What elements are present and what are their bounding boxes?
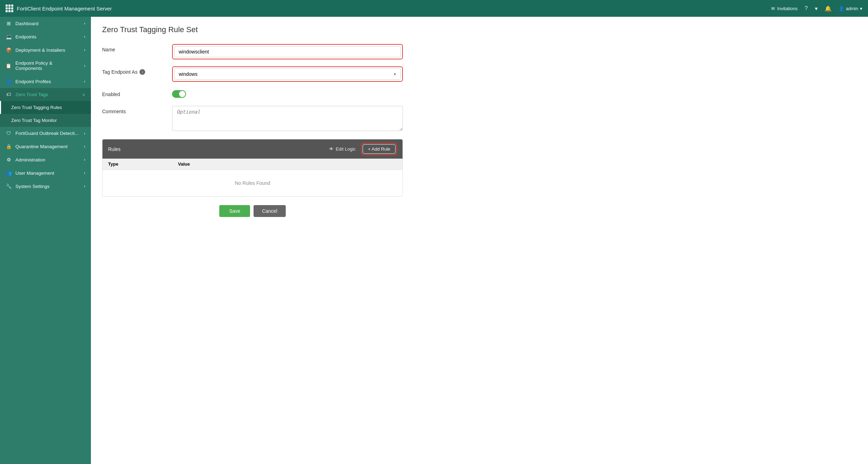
comments-label: Comments xyxy=(102,106,172,114)
save-button[interactable]: Save xyxy=(219,205,250,217)
sidebar-item-quarantine[interactable]: 🔒 Quarantine Management › xyxy=(0,140,91,153)
rules-table-header: Type Value xyxy=(102,159,403,170)
edit-logic-label: Edit Logic xyxy=(336,146,356,152)
sidebar-item-user-management[interactable]: 👥 User Management › xyxy=(0,166,91,180)
name-form-row: Name xyxy=(102,44,403,59)
nav-right: ✉ Invitations ? ▾ 🔔 👤 admin ▾ xyxy=(771,5,862,12)
sidebar-item-label: Quarantine Management xyxy=(15,144,67,149)
sidebar-sub-item-label: Zero Trust Tagging Rules xyxy=(11,105,62,110)
sidebar-item-zero-trust-tags[interactable]: 🏷 Zero Trust Tags ∨ xyxy=(0,88,91,101)
sidebar-item-label: Endpoints xyxy=(15,34,36,39)
chevron-icon: › xyxy=(84,131,85,136)
rules-empty-message: No Rules Found xyxy=(102,170,403,196)
dashboard-icon: ⊞ xyxy=(6,21,12,26)
tag-endpoint-label: Tag Endpoint As i xyxy=(102,66,172,75)
invitations-label: Invitations xyxy=(777,6,798,11)
name-input-wrap xyxy=(172,44,403,59)
sidebar-item-label: Endpoint Policy & Components xyxy=(15,60,80,71)
admin-chevron-icon: ▾ xyxy=(860,6,862,11)
sidebar-sub-item-label: Zero Trust Tag Monitor xyxy=(11,118,57,123)
chevron-icon: › xyxy=(84,63,85,68)
sidebar-item-label: Endpoint Profiles xyxy=(15,79,51,84)
sidebar: ⊞ Dashboard › 💻 Endpoints › 📦 Deployment… xyxy=(0,17,91,464)
add-rule-button[interactable]: + Add Rule xyxy=(363,144,396,154)
help-icon[interactable]: ? xyxy=(805,5,808,12)
sidebar-item-label: System Settings xyxy=(15,184,50,189)
add-rule-label: + Add Rule xyxy=(368,146,390,152)
chevron-icon: › xyxy=(84,171,85,175)
tag-endpoint-select-wrap: windows linux mac ios android xyxy=(172,66,403,82)
add-rule-btn-highlight: + Add Rule xyxy=(361,143,397,155)
edit-logic-button[interactable]: 👁 Edit Logic xyxy=(329,146,356,152)
sidebar-item-zero-trust-tag-monitor[interactable]: Zero Trust Tag Monitor xyxy=(0,114,91,127)
sidebar-item-label: User Management xyxy=(15,171,54,176)
tag-endpoint-select[interactable]: windows linux mac ios android xyxy=(174,68,401,80)
rules-header: Rules 👁 Edit Logic + Add Rule xyxy=(102,139,403,159)
main-content: Zero Trust Tagging Rule Set Name Tag End… xyxy=(91,17,868,464)
enabled-label: Enabled xyxy=(102,89,172,97)
sidebar-item-endpoint-policy[interactable]: 📋 Endpoint Policy & Components › xyxy=(0,57,91,75)
info-icon: i xyxy=(140,69,145,75)
comments-textarea[interactable] xyxy=(172,106,403,131)
chevron-icon: › xyxy=(84,79,85,84)
sidebar-item-administration[interactable]: ⚙ Administration › xyxy=(0,153,91,166)
endpoint-policy-icon: 📋 xyxy=(6,63,12,68)
name-label: Name xyxy=(102,44,172,52)
endpoints-icon: 💻 xyxy=(6,34,12,39)
action-buttons: Save Cancel xyxy=(102,205,403,217)
tag-endpoint-form-row: Tag Endpoint As i windows linux mac ios … xyxy=(102,66,403,82)
comments-form-row: Comments xyxy=(102,106,403,132)
col-type-header: Type xyxy=(108,161,178,167)
chevron-icon: › xyxy=(84,157,85,162)
sidebar-item-label: FortiGuard Outbreak Detecti... xyxy=(15,131,79,136)
enabled-toggle[interactable] xyxy=(172,90,186,98)
zero-trust-tags-icon: 🏷 xyxy=(6,92,12,97)
sidebar-item-label: Zero Trust Tags xyxy=(15,92,48,97)
name-label-text: Name xyxy=(102,47,115,52)
cancel-button[interactable]: Cancel xyxy=(254,205,286,217)
sidebar-item-endpoints[interactable]: 💻 Endpoints › xyxy=(0,30,91,43)
sidebar-item-deployment[interactable]: 📦 Deployment & Installers › xyxy=(0,43,91,57)
admin-label: admin xyxy=(846,6,858,11)
chevron-down-icon[interactable]: ▾ xyxy=(815,5,818,12)
eye-icon: 👁 xyxy=(329,146,334,152)
sidebar-item-fortiguard[interactable]: 🛡 FortiGuard Outbreak Detecti... › xyxy=(0,127,91,140)
enabled-form-row: Enabled xyxy=(102,89,403,99)
brand: FortiClient Endpoint Management Server xyxy=(6,5,771,12)
administration-icon: ⚙ xyxy=(6,157,12,162)
admin-menu[interactable]: 👤 admin ▾ xyxy=(839,6,862,11)
rules-title: Rules xyxy=(108,146,323,152)
sidebar-item-label: Deployment & Installers xyxy=(15,48,65,53)
zero-trust-sub-menu: Zero Trust Tagging Rules Zero Trust Tag … xyxy=(0,101,91,127)
app-title: FortiClient Endpoint Management Server xyxy=(17,6,112,12)
chevron-icon: › xyxy=(84,48,85,52)
chevron-icon: › xyxy=(84,34,85,39)
name-input[interactable] xyxy=(174,46,401,57)
sidebar-item-label: Administration xyxy=(15,157,45,162)
enabled-label-text: Enabled xyxy=(102,92,120,97)
app-logo-icon xyxy=(6,5,13,12)
deployment-icon: 📦 xyxy=(6,47,12,53)
enabled-toggle-wrap xyxy=(172,89,403,99)
sidebar-item-label: Dashboard xyxy=(15,21,38,26)
chevron-icon: › xyxy=(84,144,85,149)
sidebar-item-endpoint-profiles[interactable]: 👤 Endpoint Profiles › xyxy=(0,75,91,88)
notifications-icon[interactable]: 🔔 xyxy=(825,5,832,12)
invitations-button[interactable]: ✉ Invitations xyxy=(771,6,798,11)
sidebar-item-system-settings[interactable]: 🔧 System Settings › xyxy=(0,180,91,193)
chevron-down-icon: ∨ xyxy=(82,92,85,97)
page-title: Zero Trust Tagging Rule Set xyxy=(102,25,857,34)
sidebar-item-dashboard[interactable]: ⊞ Dashboard › xyxy=(0,17,91,30)
chevron-icon: › xyxy=(84,21,85,26)
tag-endpoint-dropdown: windows linux mac ios android xyxy=(174,68,401,80)
fortiguard-icon: 🛡 xyxy=(6,131,12,136)
sidebar-item-zero-trust-tagging-rules[interactable]: Zero Trust Tagging Rules xyxy=(0,101,91,114)
tag-endpoint-label-text: Tag Endpoint As xyxy=(102,69,137,75)
top-navigation: FortiClient Endpoint Management Server ✉… xyxy=(0,0,868,17)
chevron-icon: › xyxy=(84,184,85,189)
user-icon: 👤 xyxy=(839,6,844,11)
user-management-icon: 👥 xyxy=(6,170,12,176)
comments-textarea-wrap xyxy=(172,106,403,132)
layout: ⊞ Dashboard › 💻 Endpoints › 📦 Deployment… xyxy=(0,17,868,464)
col-value-header: Value xyxy=(178,161,397,167)
